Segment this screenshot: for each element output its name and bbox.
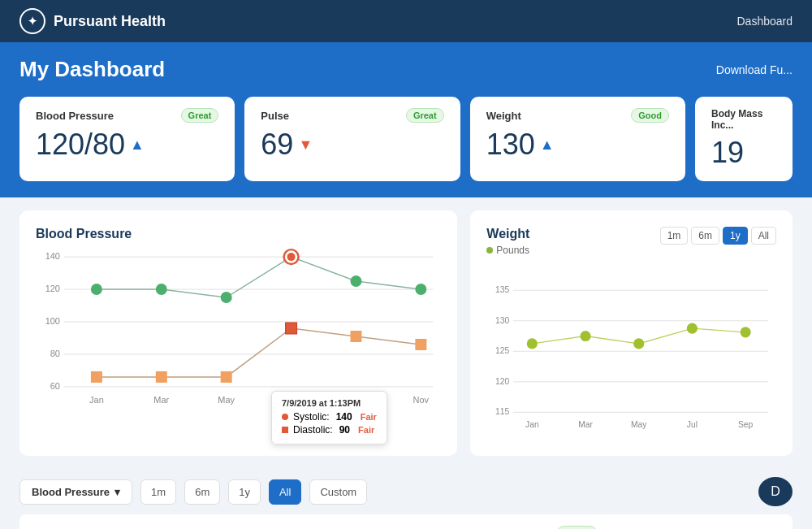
svg-rect-22 <box>415 339 426 350</box>
filter-time-1m[interactable]: 1m <box>140 479 176 505</box>
heart-icon: ♡ <box>36 527 47 530</box>
metric-value-text: 130 <box>486 128 535 162</box>
weight-time-1y[interactable]: 1y <box>723 227 748 245</box>
dropdown-chevron-icon: ▾ <box>114 486 120 498</box>
metric-label: Blood Pressure <box>36 110 114 122</box>
metric-card-bmi[interactable]: Body Mass Inc... 19 <box>695 97 793 181</box>
blood-pressure-chart: 140 120 100 80 60 <box>36 245 441 410</box>
svg-point-41 <box>633 338 644 349</box>
metric-filter-dropdown[interactable]: Blood Pressure ▾ <box>19 479 132 505</box>
metric-value-text: 69 <box>261 128 293 162</box>
diastolic-label: Diastolic: <box>293 424 333 436</box>
metrics-row: Blood Pressure Great 120/80 ▲ Pulse Grea… <box>0 97 812 197</box>
tooltip-diastolic-row: Diastolic: 90 Fair <box>282 424 377 436</box>
trend-up-icon: ▲ <box>540 137 555 154</box>
records-list: ♡ Blood Pressure Great 120/80 11/29/2019… <box>0 514 812 529</box>
systolic-rating: Fair <box>361 412 377 422</box>
metric-value-text: 19 <box>711 136 744 170</box>
charts-area: Blood Pressure 140 120 100 80 60 <box>0 197 812 469</box>
filter-time-all[interactable]: All <box>269 479 301 505</box>
svg-text:100: 100 <box>45 316 60 326</box>
trend-down-icon: ▼ <box>298 137 313 154</box>
svg-text:Nov: Nov <box>413 395 430 405</box>
app-header: ✦ Pursuant Health Dashboard <box>0 0 812 42</box>
metric-card-pulse[interactable]: Pulse Great 69 ▼ <box>244 97 460 181</box>
weight-chart-title: Weight <box>486 227 529 241</box>
metric-card-header: Pulse Great <box>261 108 443 123</box>
metric-value: 120/80 ▲ <box>36 128 218 162</box>
diastolic-square-icon <box>282 427 288 433</box>
metric-card-header: Weight Good <box>486 108 669 123</box>
blood-pressure-chart-card: Blood Pressure 140 120 100 80 60 <box>19 210 457 456</box>
svg-point-14 <box>287 253 296 261</box>
record-badge: Great <box>556 526 598 529</box>
svg-point-15 <box>350 275 361 287</box>
svg-text:115: 115 <box>495 407 509 416</box>
filter-time-custom[interactable]: Custom <box>309 479 367 505</box>
filter-time-1y[interactable]: 1y <box>228 479 261 505</box>
weight-legend-dot <box>486 247 493 254</box>
svg-text:125: 125 <box>495 346 509 355</box>
systolic-label: Systolic: <box>293 411 330 423</box>
metric-card-header: Body Mass Inc... <box>711 108 776 131</box>
svg-text:Jul: Jul <box>687 420 698 429</box>
metric-badge: Good <box>631 108 669 123</box>
diastolic-rating: Fair <box>358 425 374 435</box>
svg-text:May: May <box>218 395 235 405</box>
header-nav[interactable]: Dashboard <box>737 15 793 28</box>
record-row[interactable]: ♡ Blood Pressure Great 120/80 11/29/2019 <box>19 514 793 529</box>
metric-label: Pulse <box>261 110 289 122</box>
weight-chart-card: Weight Pounds 1m 6m 1y All 135 130 125 1… <box>470 210 793 456</box>
tooltip-systolic-row: Systolic: 140 Fair <box>282 411 377 423</box>
svg-point-42 <box>687 323 698 334</box>
logo: ✦ Pursuant Health <box>19 8 166 34</box>
svg-rect-21 <box>350 331 361 342</box>
metric-label: Weight <box>486 110 521 122</box>
svg-text:80: 80 <box>50 349 60 358</box>
systolic-value: 140 <box>336 411 352 423</box>
diastolic-value: 90 <box>339 424 350 436</box>
svg-text:Jan: Jan <box>525 420 539 429</box>
svg-point-16 <box>415 284 426 295</box>
download-icon: D <box>771 484 780 499</box>
download-circle-button[interactable]: D <box>758 477 793 506</box>
dashboard-title-bar: My Dashboard Download Fu... <box>0 42 812 97</box>
svg-rect-20 <box>286 323 297 334</box>
weight-svg: 135 130 125 120 115 Jan Mar May Jul Se <box>486 274 776 436</box>
download-button[interactable]: Download Fu... <box>716 63 793 76</box>
svg-point-10 <box>91 284 102 295</box>
svg-point-11 <box>156 284 167 295</box>
metric-card-blood-pressure[interactable]: Blood Pressure Great 120/80 ▲ <box>19 97 235 181</box>
bp-svg: 140 120 100 80 60 <box>36 245 441 407</box>
filter-time-6m[interactable]: 6m <box>184 479 220 505</box>
weight-time-1m[interactable]: 1m <box>660 227 689 245</box>
chart-tooltip: 7/9/2019 at 1:13PM Systolic: 140 Fair Di… <box>271 391 387 444</box>
svg-text:Mar: Mar <box>578 420 593 429</box>
metric-value: 19 <box>711 136 776 170</box>
svg-point-39 <box>527 338 538 349</box>
filter-bar: Blood Pressure ▾ 1m 6m 1y All Custom D <box>0 469 812 514</box>
weight-chart-header: Weight Pounds 1m 6m 1y All <box>486 227 776 266</box>
svg-text:140: 140 <box>45 251 60 261</box>
metric-badge: Great <box>181 108 219 123</box>
weight-time-6m[interactable]: 6m <box>691 227 719 245</box>
logo-icon: ✦ <box>19 8 45 34</box>
weight-legend-label: Pounds <box>496 245 529 256</box>
svg-point-40 <box>581 331 591 341</box>
svg-text:120: 120 <box>495 377 509 386</box>
page-title: My Dashboard <box>19 57 165 82</box>
blood-pressure-chart-title: Blood Pressure <box>36 227 441 241</box>
svg-text:Sep: Sep <box>738 420 754 429</box>
svg-rect-19 <box>221 371 232 383</box>
svg-point-43 <box>741 327 751 337</box>
svg-text:Mar: Mar <box>153 395 169 405</box>
metric-card-weight[interactable]: Weight Good 130 ▲ <box>470 97 685 181</box>
weight-time-all[interactable]: All <box>751 227 776 245</box>
weight-chart-title-group: Weight Pounds <box>486 227 529 266</box>
metric-label: Body Mass Inc... <box>711 108 776 131</box>
weight-chart-subtitle: Pounds <box>486 245 529 256</box>
trend-up-icon: ▲ <box>130 137 145 154</box>
metric-badge: Great <box>406 108 444 123</box>
metric-card-header: Blood Pressure Great <box>36 108 218 123</box>
tooltip-time: 7/9/2019 at 1:13PM <box>282 398 377 408</box>
